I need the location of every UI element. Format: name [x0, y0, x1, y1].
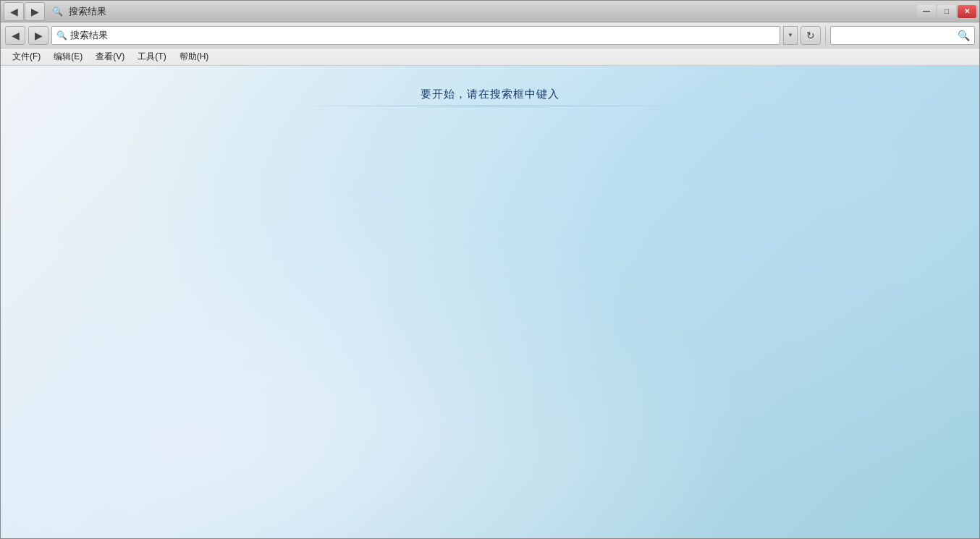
close-button[interactable]: ✕ — [958, 5, 976, 18]
menu-item-edit[interactable]: 编辑(E) — [48, 49, 88, 64]
main-content: 要开始，请在搜索框中键入 — [1, 66, 979, 538]
forward-icon: ▶ — [31, 6, 39, 17]
menu-item-file[interactable]: 文件(F) — [7, 49, 46, 64]
window: ◀ ▶ 🔍 搜索结果 — □ ✕ ◀ ▶ 🔍 搜索结果 ▼ — [0, 0, 980, 539]
back-icon: ◀ — [10, 6, 18, 17]
search-field[interactable]: 🔍 — [830, 26, 975, 45]
address-bar: ◀ ▶ 🔍 搜索结果 ▼ ↻ 🔍 — [1, 22, 979, 48]
address-forward-icon: ▶ — [35, 30, 43, 41]
maximize-button[interactable]: □ — [937, 5, 956, 18]
address-search-icon: 🔍 — [56, 30, 67, 41]
menu-item-help[interactable]: 帮助(H) — [174, 49, 215, 64]
minimize-button[interactable]: — — [917, 5, 936, 18]
window-controls: — □ ✕ — [917, 5, 976, 18]
content-inner: 要开始，请在搜索框中键入 — [1, 66, 979, 106]
toolbar-separator — [825, 26, 826, 45]
address-field[interactable]: 🔍 搜索结果 — [51, 26, 780, 45]
prompt-text: 要开始，请在搜索框中键入 — [421, 88, 559, 101]
menu-bar: 文件(F) 编辑(E) 查看(V) 工具(T) 帮助(H) — [1, 48, 979, 66]
address-dropdown[interactable]: ▼ — [783, 26, 798, 45]
title-bar-left: ◀ ▶ 🔍 搜索结果 — [4, 2, 106, 21]
title-bar: ◀ ▶ 🔍 搜索结果 — □ ✕ — [1, 1, 979, 22]
nav-buttons-group: ◀ ▶ — [4, 2, 45, 21]
address-text: 搜索结果 — [70, 29, 775, 42]
forward-button[interactable]: ▶ — [25, 2, 45, 21]
address-forward-button[interactable]: ▶ — [28, 26, 48, 45]
refresh-button[interactable]: ↻ — [801, 26, 821, 45]
refresh-icon: ↻ — [806, 30, 815, 41]
search-button[interactable]: 🔍 — [957, 27, 970, 43]
menu-item-view[interactable]: 查看(V) — [90, 49, 130, 64]
search-input[interactable] — [835, 30, 957, 41]
back-button[interactable]: ◀ — [4, 2, 24, 21]
address-back-icon: ◀ — [12, 30, 20, 41]
search-magnifier-icon: 🔍 — [958, 30, 970, 41]
menu-item-tools[interactable]: 工具(T) — [132, 49, 172, 64]
window-title: 搜索结果 — [69, 5, 106, 18]
address-back-button[interactable]: ◀ — [5, 26, 25, 45]
dropdown-icon: ▼ — [787, 32, 793, 38]
divider — [295, 106, 685, 106]
search-icon-title: 🔍 — [52, 7, 63, 17]
